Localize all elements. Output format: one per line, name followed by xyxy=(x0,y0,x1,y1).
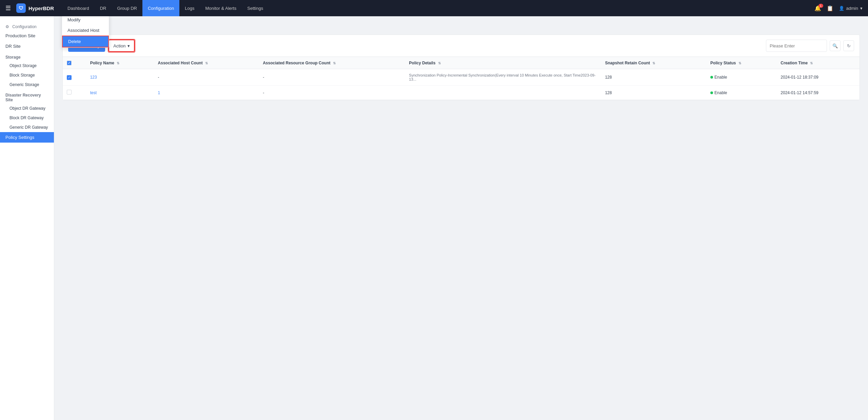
policy-details-1: Synchronization Policy-Incremental Synch… xyxy=(405,69,601,86)
sidebar-item-generic-storage[interactable]: Generic Storage xyxy=(0,80,54,89)
checkbox-checked[interactable]: ✓ xyxy=(67,75,72,80)
app-logo: 🛡 HyperBDR xyxy=(16,3,54,13)
associated-resource-group-count-1: - xyxy=(259,69,405,86)
nav-monitor-alerts[interactable]: Monitor & Alerts xyxy=(200,0,242,16)
action-chevron-icon: ▾ xyxy=(127,43,130,48)
search-area: 🔍 ↻ xyxy=(766,40,854,52)
col-policy-details[interactable]: Policy Details ⇅ xyxy=(405,57,601,69)
nav-group-dr[interactable]: Group DR xyxy=(112,0,142,16)
sidebar-item-object-storage[interactable]: Object Storage xyxy=(0,61,54,70)
associated-host-count-2: 1 xyxy=(154,86,259,100)
nav-dr[interactable]: DR xyxy=(95,0,112,16)
app-name: HyperBDR xyxy=(28,5,54,11)
help-button[interactable]: 📋 xyxy=(827,5,833,12)
col-snapshot-retain-count[interactable]: Snapshot Retain Count ⇅ xyxy=(601,57,706,69)
status-dot xyxy=(710,91,713,94)
sidebar-config-label: ⚙ Configuration xyxy=(0,22,54,30)
nav-right: 🔔 1 📋 👤 admin ▾ xyxy=(814,5,863,12)
sidebar-item-block-storage[interactable]: Block Storage xyxy=(0,70,54,80)
status-label: Enable xyxy=(714,75,727,80)
admin-chevron: ▾ xyxy=(860,6,863,11)
user-icon: 👤 xyxy=(839,6,844,11)
table-toolbar: Create Policy Action ▾ Modify Associated… xyxy=(63,35,860,57)
creation-time-1: 2024-01-12 18:37:09 xyxy=(776,69,860,86)
select-all-checkbox[interactable]: ✓ xyxy=(67,61,72,65)
col-associated-resource-group-count[interactable]: Associated Resource Group Count ⇅ xyxy=(259,57,405,69)
sidebar-storage-group: Storage xyxy=(0,51,54,61)
policy-name-1[interactable]: 123 xyxy=(86,69,154,86)
layout: ⚙ Configuration Production Site DR Site … xyxy=(0,16,868,420)
dropdown-associated-host[interactable]: Associated Host xyxy=(62,25,109,36)
policy-status-2: Enable xyxy=(706,86,776,100)
notifications-button[interactable]: 🔔 1 xyxy=(814,5,821,12)
page-title: Policy Settings xyxy=(62,23,860,29)
snapshot-retain-count-2: 128 xyxy=(601,86,706,100)
sidebar-disaster-recovery-group: Disaster Recovery Site xyxy=(0,89,54,104)
snapshot-retain-count-1: 128 xyxy=(601,69,706,86)
nav-dashboard[interactable]: Dashboard xyxy=(62,0,95,16)
col-checkbox[interactable]: ✓ xyxy=(63,57,86,69)
sidebar-label: DR Site xyxy=(5,44,21,49)
refresh-button[interactable]: ↻ xyxy=(843,40,854,51)
sidebar-item-production-site[interactable]: Production Site xyxy=(0,30,54,41)
nav-logs[interactable]: Logs xyxy=(179,0,200,16)
nav-configuration[interactable]: Configuration xyxy=(142,0,179,16)
admin-button[interactable]: 👤 admin ▾ xyxy=(839,6,863,11)
top-navigation: ☰ 🛡 HyperBDR Dashboard DR Group DR Confi… xyxy=(0,0,868,16)
nav-settings[interactable]: Settings xyxy=(242,0,269,16)
table-row: test 1 - 128 Enable xyxy=(63,86,860,100)
sidebar-item-block-dr-gateway[interactable]: Block DR Gateway xyxy=(0,113,54,123)
associated-resource-group-count-2: - xyxy=(259,86,405,100)
row-checkbox-1[interactable]: ✓ xyxy=(63,69,86,86)
notifications-badge: 1 xyxy=(818,4,823,8)
admin-label: admin xyxy=(846,6,858,11)
sidebar-item-dr-site[interactable]: DR Site xyxy=(0,41,54,51)
status-dot xyxy=(710,76,713,79)
action-label: Action xyxy=(113,43,125,48)
sidebar-item-policy-settings[interactable]: Policy Settings xyxy=(0,132,54,143)
sidebar-label: Policy Settings xyxy=(5,135,34,140)
table-row: ✓ 123 - - Synchronization Policy-Increme… xyxy=(63,69,860,86)
col-policy-name[interactable]: Policy Name ⇅ xyxy=(86,57,154,69)
sidebar-item-object-dr-gateway[interactable]: Object DR Gateway xyxy=(0,104,54,113)
sidebar-label: Production Site xyxy=(5,33,35,38)
col-policy-status[interactable]: Policy Status ⇅ xyxy=(706,57,776,69)
action-dropdown-menu: Modify Associated Host Delete xyxy=(62,14,109,48)
policy-status-1: Enable xyxy=(706,69,776,86)
row-checkbox-2[interactable] xyxy=(63,86,86,100)
dropdown-delete[interactable]: Delete xyxy=(62,36,109,47)
associated-host-count-1: - xyxy=(154,69,259,86)
policy-table: ✓ Policy Name ⇅ Associated Host Count ⇅ … xyxy=(63,57,860,100)
creation-time-2: 2024-01-12 14:57:59 xyxy=(776,86,860,100)
action-button-wrapper: Action ▾ xyxy=(108,39,135,52)
nav-links: Dashboard DR Group DR Configuration Logs… xyxy=(62,0,814,16)
main-content: Policy Settings Create Policy Action ▾ M… xyxy=(54,16,868,420)
checkbox-unchecked[interactable] xyxy=(67,90,72,94)
policy-table-container: Create Policy Action ▾ Modify Associated… xyxy=(62,35,860,100)
col-creation-time[interactable]: Creation Time ⇅ xyxy=(776,57,860,69)
logo-icon: 🛡 xyxy=(16,3,26,13)
action-button[interactable]: Action ▾ xyxy=(108,40,135,52)
search-input[interactable] xyxy=(766,40,827,52)
policy-name-2[interactable]: test xyxy=(86,86,154,100)
sidebar: ⚙ Configuration Production Site DR Site … xyxy=(0,16,54,420)
status-label: Enable xyxy=(714,90,727,95)
sidebar-item-generic-dr-gateway[interactable]: Generic DR Gateway xyxy=(0,123,54,132)
search-button[interactable]: 🔍 xyxy=(830,40,841,51)
hamburger-icon[interactable]: ☰ xyxy=(5,4,11,12)
col-associated-host-count[interactable]: Associated Host Count ⇅ xyxy=(154,57,259,69)
policy-details-2 xyxy=(405,86,601,100)
